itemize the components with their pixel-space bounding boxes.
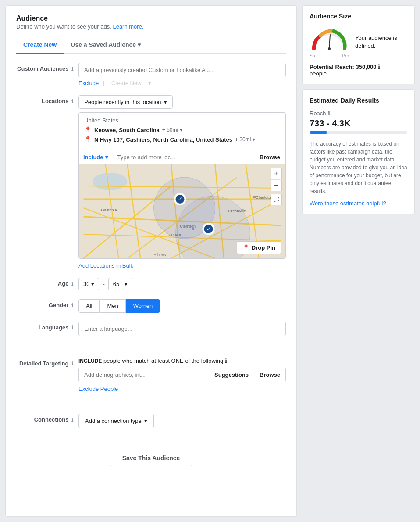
reach-info-icon: ℹ [328,110,330,117]
connections-content: Add a connection type ▾ [78,414,286,428]
location-item-0: 📍 Keowee, South Carolina + 50mi ▾ [84,126,280,133]
map-controls: + − ⛶ [271,168,282,205]
detailed-targeting-content: INCLUDE people who match at least ONE of… [78,358,286,392]
learn-more-link[interactable]: Learn more. [113,23,143,30]
zoom-in-button[interactable]: + [271,168,282,179]
radius-dropdown-0[interactable]: ▾ [180,127,182,133]
right-panel: Audience Size Sp Pr [302,5,415,517]
tabs-container: Create New Use a Saved Audience ▾ [16,37,286,54]
gender-buttons: All Men Women [78,299,286,313]
zoom-out-button[interactable]: − [271,180,282,191]
targeting-input-row: Suggestions Browse [78,368,286,382]
custom-audiences-content: Exclude | Create New ▾ [78,63,286,86]
locations-info-icon: ℹ [71,99,73,104]
detailed-targeting-description: INCLUDE people who match at least ONE of… [78,358,286,364]
reach-label: Reach ℹ [310,110,407,117]
location-search-bar: Include ▾ Browse [79,150,285,164]
location-radius-0: + 50mi ▾ [162,127,182,133]
languages-label: Languages ℹ [16,322,73,331]
accuracy-text: The accuracy of estimates is based on fa… [310,140,407,195]
detailed-targeting-info-icon: ℹ [71,361,73,366]
age-min-select[interactable]: 30 ▾ [78,278,99,290]
connection-type-dropdown[interactable]: Add a connection type ▾ [78,414,154,428]
location-type-dropdown[interactable]: People recently in this location ▾ [78,95,173,109]
map-pin-cashiers: ✓ [203,223,215,235]
svg-point-1 [93,173,128,190]
map-container: Charlotte Clemson Seneca Gastonia Athens… [79,164,285,258]
audience-title: Audience [16,14,286,22]
chevron-down-icon: ▾ [91,281,94,287]
chevron-down-icon-small: ▾ [148,80,151,86]
potential-reach: Potential Reach: 350,000 ℹ people [310,64,407,77]
drop-pin-button[interactable]: 📍 Drop Pin [237,241,281,254]
detailed-targeting-row: Detailed Targeting ℹ INCLUDE people who … [16,358,286,392]
age-max-select[interactable]: 65+ ▾ [108,278,132,290]
languages-info-icon: ℹ [71,325,73,330]
custom-audiences-input[interactable] [78,63,286,77]
save-row: Save This Audience [16,450,286,466]
drop-pin-icon: 📍 [242,244,249,251]
age-dash: - [103,281,104,287]
include-dropdown[interactable]: Include ▾ [79,150,113,164]
targeting-suggestions-button[interactable]: Suggestions [209,368,254,382]
location-list: United States 📍 Keowee, South Carolina +… [79,113,285,150]
location-country: United States [84,117,280,124]
tab-create-new[interactable]: Create New [16,37,64,54]
gauge-max-label: Pro [342,54,349,58]
locations-content: People recently in this location ▾ Unite… [78,95,286,269]
svg-text:✓: ✓ [206,226,211,232]
audience-links: Exclude | Create New ▾ [78,80,286,86]
chevron-down-icon: ▾ [144,418,147,424]
location-search-input[interactable] [113,150,254,164]
targeting-browse-button[interactable]: Browse [254,368,285,382]
create-new-link[interactable]: Create New ▾ [109,80,154,86]
gender-info-icon: ℹ [71,303,73,308]
connections-row: Connections ℹ Add a connection type ▾ [16,414,286,428]
chevron-down-icon: ▾ [105,154,108,161]
language-input[interactable] [78,322,286,336]
gauge-container: Sp Pro Your audience is defined. [310,26,407,58]
connections-label: Connections ℹ [16,414,73,423]
location-pin-icon-0: 📍 [84,126,92,133]
estimated-daily-title: Estimated Daily Results [310,97,407,104]
helpful-link[interactable]: Were these estimates helpful? [310,200,386,207]
custom-audiences-info-icon: ℹ [71,66,73,72]
targeting-input[interactable] [79,368,209,382]
tab-saved-audience[interactable]: Use a Saved Audience ▾ [64,37,148,54]
custom-audiences-row: Custom Audiences ℹ Exclude | Create New … [16,63,286,86]
save-audience-button[interactable]: Save This Audience [110,450,193,466]
reach-bar [310,131,407,134]
location-browse-button[interactable]: Browse [254,150,285,164]
location-name-1: N Hwy 107, Cashiers, North Carolina, Uni… [94,136,232,143]
exclude-people-link[interactable]: Exclude People [78,386,118,392]
audience-header: Audience Define who you want to see your… [16,14,286,30]
gender-men-button[interactable]: Men [100,299,125,313]
left-panel: Audience Define who you want to see your… [5,5,297,517]
chevron-down-icon: ▾ [138,41,141,48]
audience-defined-text: Your audience is defined. [355,34,407,50]
estimated-daily-card: Estimated Daily Results Reach ℹ 733 - 4.… [302,89,415,214]
map-pin-keowee: ✓ [174,193,186,205]
location-name-0: Keowee, South Carolina [94,127,160,133]
exclude-people-link-container: Exclude People [78,386,286,392]
reach-value: 733 - 4.3K [310,118,407,129]
expand-map-button[interactable]: ⛶ [271,194,282,205]
locations-label: Locations ℹ [16,95,73,104]
audience-size-card: Audience Size Sp Pr [302,5,415,84]
chevron-down-icon: ▾ [125,281,128,287]
gender-all-button[interactable]: All [78,299,100,313]
location-box: United States 📍 Keowee, South Carolina +… [78,112,286,259]
reach-bar-fill [310,131,327,134]
svg-text:Gastonia: Gastonia [101,208,117,212]
radius-dropdown-1[interactable]: ▾ [253,136,255,143]
targeting-desc-info-icon: ℹ [225,358,227,364]
audience-subtitle: Define who you want to see your ads. Lea… [16,23,286,30]
gender-women-button[interactable]: Women [126,299,160,313]
connections-info-icon: ℹ [71,417,73,422]
exclude-link[interactable]: Exclude [78,80,99,86]
svg-point-33 [328,47,331,50]
age-row: Age ℹ 30 ▾ - 65+ ▾ [16,278,286,290]
add-locations-bulk-link[interactable]: Add Locations in Bulk [78,262,133,269]
gauge-labels: Sp Pro [310,54,349,58]
age-label: Age ℹ [16,278,73,287]
